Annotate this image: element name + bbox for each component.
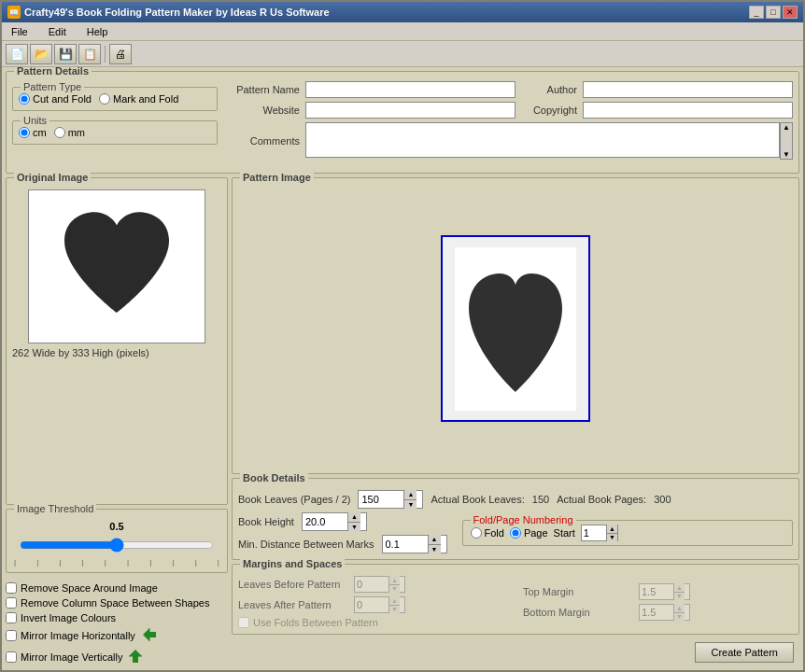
- book-height-input[interactable]: [303, 513, 347, 530]
- close-button[interactable]: ✕: [783, 6, 798, 19]
- fold-option[interactable]: Fold: [471, 527, 504, 539]
- pattern-name-input[interactable]: [305, 81, 515, 98]
- leaves-before-row: Leaves Before Pattern ▲ ▼: [238, 576, 508, 593]
- copyright-input[interactable]: [583, 102, 793, 119]
- tick-6: |: [149, 558, 151, 567]
- pattern-heart-image: [455, 247, 576, 411]
- new-button[interactable]: 📄: [6, 44, 28, 64]
- mirror-h-checkbox-row[interactable]: Mirror Image Horizontally: [6, 627, 228, 644]
- min-distance-spin-btns: ▲ ▼: [428, 535, 441, 553]
- mirror-v-checkbox[interactable]: [6, 651, 17, 663]
- create-pattern-button[interactable]: Create Pattern: [695, 642, 794, 663]
- comments-scrollbar[interactable]: ▲ ▼: [780, 122, 793, 160]
- lower-content: Original Image 262 Wide by 333 High (pix…: [6, 177, 799, 666]
- leaves-after-input: [355, 597, 388, 612]
- remove-space-checkbox-row[interactable]: Remove Space Around Image: [6, 582, 228, 594]
- author-input[interactable]: [583, 81, 793, 98]
- margins-content: Leaves Before Pattern ▲ ▼: [238, 576, 793, 628]
- maximize-button[interactable]: □: [766, 6, 781, 19]
- threshold-group: Image Threshold 0.5 | | | | | | | |: [6, 509, 228, 573]
- margins-left-col: Leaves Before Pattern ▲ ▼: [238, 576, 508, 628]
- min-distance-up[interactable]: ▲: [429, 535, 441, 545]
- print-button[interactable]: 🖨: [109, 44, 132, 64]
- fold-numbering-title: Fold/Page Numbering: [471, 514, 576, 525]
- bottom-margin-btns: ▲ ▼: [673, 604, 685, 621]
- bottom-margin-input: [640, 605, 673, 620]
- leaves-before-label: Leaves Before Pattern: [238, 579, 350, 590]
- min-distance-label: Min. Distance Between Marks: [238, 539, 374, 550]
- start-spinbox[interactable]: ▲ ▼: [581, 525, 618, 541]
- min-distance-down[interactable]: ▼: [429, 545, 441, 554]
- mark-fold-option[interactable]: Mark and Fold: [99, 93, 178, 105]
- menu-file[interactable]: File: [6, 25, 34, 38]
- toolbar-separator: [105, 46, 106, 63]
- book-leaves-down[interactable]: ▼: [404, 500, 417, 510]
- menu-bar: File Edit Help: [2, 22, 803, 41]
- remove-column-checkbox-row[interactable]: Remove Column Space Between Shapes: [6, 597, 228, 609]
- remove-space-checkbox[interactable]: [6, 582, 17, 594]
- fold-label: Fold: [485, 527, 504, 539]
- book-leaves-spinbox[interactable]: ▲ ▼: [358, 490, 423, 509]
- tick-7: |: [172, 558, 174, 567]
- leaves-after-label: Leaves After Pattern: [238, 599, 350, 610]
- pattern-image-group: Pattern Image: [232, 177, 799, 474]
- book-leaves-up[interactable]: ▲: [404, 490, 417, 500]
- actual-leaves-label: Actual Book Leaves:: [431, 494, 524, 505]
- main-content: Pattern Details Pattern Type Cut and Fol…: [2, 67, 803, 670]
- cm-option[interactable]: cm: [19, 127, 47, 138]
- fold-numbering-group: Fold/Page Numbering Fold Page: [462, 520, 794, 546]
- website-input[interactable]: [305, 102, 515, 119]
- start-up[interactable]: ▲: [607, 525, 617, 534]
- book-details-content: Book Leaves (Pages / 2) ▲ ▼ Actual Book …: [238, 490, 793, 553]
- mirror-v-checkbox-row[interactable]: Mirror Image Vertically: [6, 648, 228, 666]
- remove-column-checkbox[interactable]: [6, 597, 17, 609]
- page-radio[interactable]: [510, 527, 521, 539]
- book-height-up[interactable]: ▲: [348, 512, 360, 523]
- use-folds-row: Use Folds Between Pattern: [238, 617, 508, 628]
- menu-edit[interactable]: Edit: [43, 25, 72, 38]
- mm-option[interactable]: mm: [54, 127, 85, 138]
- start-down[interactable]: ▼: [607, 534, 617, 542]
- book-height-spinbox[interactable]: ▲ ▼: [302, 512, 367, 531]
- save-button[interactable]: 💾: [54, 44, 77, 64]
- invert-checkbox-row[interactable]: Invert Image Colours: [6, 612, 228, 623]
- page-option[interactable]: Page: [510, 527, 548, 539]
- mirror-v-icon: [128, 648, 143, 666]
- actual-leaves-value: 150: [532, 494, 549, 505]
- book-height-section: Book Height ▲ ▼: [238, 512, 447, 553]
- top-margin-down: ▼: [674, 593, 685, 601]
- mm-radio[interactable]: [54, 127, 65, 138]
- cut-fold-option[interactable]: Cut and Fold: [19, 93, 92, 105]
- pattern-name-label: Pattern Name: [225, 84, 300, 95]
- cm-radio[interactable]: [19, 127, 30, 138]
- mirror-h-icon: [141, 627, 158, 644]
- threshold-slider[interactable]: [20, 538, 214, 553]
- cut-fold-radio[interactable]: [19, 93, 30, 105]
- book-height-down[interactable]: ▼: [348, 523, 360, 532]
- scroll-up-arrow[interactable]: ▲: [781, 123, 792, 132]
- open-button[interactable]: 📂: [30, 44, 52, 64]
- pattern-details-title: Pattern Details: [14, 67, 92, 77]
- minimize-button[interactable]: _: [749, 6, 764, 19]
- mirror-h-checkbox[interactable]: [6, 630, 17, 641]
- min-distance-input[interactable]: [383, 536, 428, 553]
- comments-textarea[interactable]: [305, 122, 780, 158]
- mark-fold-radio[interactable]: [99, 93, 110, 105]
- pattern-type-row: Cut and Fold Mark and Fold: [19, 91, 211, 106]
- book-leaves-input[interactable]: [359, 491, 403, 508]
- mirror-h-label: Mirror Image Horizontally: [21, 630, 135, 641]
- save-as-button[interactable]: 📋: [78, 44, 101, 64]
- invert-checkbox[interactable]: [6, 612, 17, 623]
- start-input[interactable]: [582, 525, 606, 540]
- use-folds-checkbox: [238, 617, 249, 628]
- remove-space-label: Remove Space Around Image: [21, 582, 158, 594]
- heart-image: [51, 202, 182, 332]
- margins-group: Margins and Spaces Leaves Before Pattern…: [232, 564, 799, 635]
- scroll-down-arrow[interactable]: ▼: [781, 150, 792, 159]
- pattern-type-label: Pattern Type: [21, 81, 84, 92]
- page-label: Page: [524, 527, 548, 539]
- fold-radio[interactable]: [471, 527, 482, 539]
- min-distance-spinbox[interactable]: ▲ ▼: [382, 535, 447, 553]
- menu-help[interactable]: Help: [81, 25, 114, 38]
- bottom-margin-row: Bottom Margin ▲ ▼: [523, 604, 793, 621]
